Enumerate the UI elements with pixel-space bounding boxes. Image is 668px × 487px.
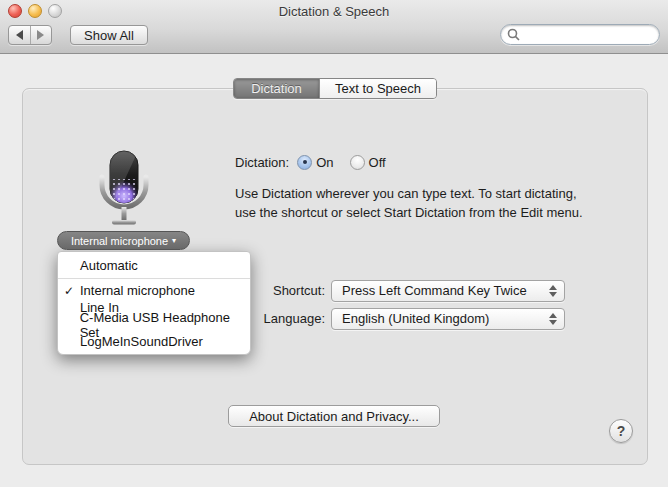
forward-button[interactable] xyxy=(30,26,52,44)
forward-arrow-icon xyxy=(37,30,44,40)
input-source-menu: Automatic ✓ Internal microphone Line In … xyxy=(57,251,251,355)
language-value: English (United Kingdom) xyxy=(342,311,548,326)
menu-item-internal-microphone[interactable]: ✓ Internal microphone xyxy=(58,282,250,299)
tab-dictation[interactable]: Dictation xyxy=(234,79,319,98)
dropdown-arrow-icon: ▾ xyxy=(172,237,176,245)
menu-item-cmedia-usb-headphone-set[interactable]: C-Media USB Headphone Set xyxy=(58,316,250,333)
search-input[interactable] xyxy=(524,28,644,42)
menu-item-automatic[interactable]: Automatic xyxy=(58,256,250,275)
search-icon xyxy=(507,28,520,41)
window-title: Dictation & Speech xyxy=(0,4,668,19)
shortcut-popup[interactable]: Press Left Command Key Twice xyxy=(331,280,565,302)
back-arrow-icon xyxy=(16,30,23,40)
shortcut-value: Press Left Command Key Twice xyxy=(342,283,548,298)
microphone-icon xyxy=(92,147,156,231)
stepper-arrows-icon xyxy=(548,313,558,325)
language-popup[interactable]: English (United Kingdom) xyxy=(331,308,565,330)
dictation-label: Dictation: xyxy=(235,155,289,170)
dictation-on-label: On xyxy=(316,155,333,170)
about-dictation-privacy-button[interactable]: About Dictation and Privacy... xyxy=(228,405,440,427)
preferences-window: Dictation & Speech Show All Dictation Te… xyxy=(0,0,668,487)
dictation-toggle-row: Dictation: On Off xyxy=(235,153,402,171)
dictation-description: Use Dictation wherever you can type text… xyxy=(235,184,583,222)
stepper-arrows-icon xyxy=(548,285,558,297)
window-header: Dictation & Speech Show All xyxy=(0,0,668,54)
shortcut-row: Shortcut: Press Left Command Key Twice xyxy=(235,279,565,302)
nav-buttons xyxy=(8,25,52,45)
dictation-on-radio[interactable] xyxy=(297,155,312,170)
help-button[interactable]: ? xyxy=(609,419,633,443)
tab-bar: Dictation Text to Speech xyxy=(233,78,437,99)
back-button[interactable] xyxy=(9,26,30,44)
check-icon: ✓ xyxy=(64,284,80,298)
search-field[interactable] xyxy=(500,24,660,45)
tab-text-to-speech[interactable]: Text to Speech xyxy=(319,79,436,98)
input-source-dropdown[interactable]: Internal microphone ▾ xyxy=(57,231,190,250)
dictation-off-radio[interactable] xyxy=(350,155,365,170)
menu-separator xyxy=(58,278,250,279)
show-all-button[interactable]: Show All xyxy=(70,25,148,45)
dictation-off-label: Off xyxy=(369,155,386,170)
language-row: Language: English (United Kingdom) xyxy=(235,307,565,330)
input-source-value: Internal microphone xyxy=(71,235,168,247)
